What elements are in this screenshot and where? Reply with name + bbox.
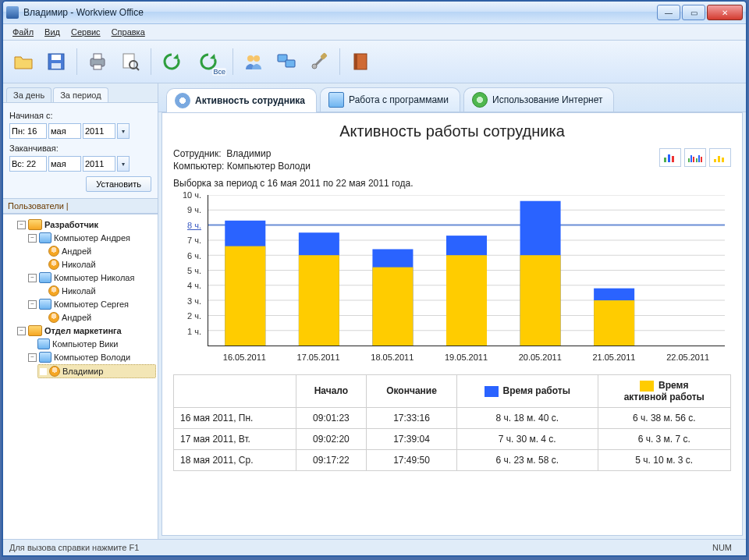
svg-rect-1 <box>51 55 61 60</box>
globe-icon <box>472 92 488 108</box>
from-month-input[interactable] <box>48 123 81 139</box>
programs-icon <box>328 92 344 108</box>
status-num: NUM <box>712 543 740 552</box>
svg-rect-43 <box>299 255 339 346</box>
minimize-button[interactable]: — <box>657 5 680 20</box>
chart-view-3-button[interactable] <box>709 148 731 167</box>
user-icon <box>48 285 59 296</box>
selection-info: Выборка за период с 16 мая 2011 по 22 ма… <box>162 173 742 195</box>
svg-rect-21 <box>690 155 692 162</box>
close-button[interactable]: ✕ <box>707 5 743 20</box>
activity-table: Начало Окончание Время работы Время акти… <box>173 374 731 471</box>
svg-rect-19 <box>672 156 674 162</box>
chart-view-2-button[interactable] <box>684 148 706 167</box>
svg-rect-16 <box>354 54 357 69</box>
svg-rect-22 <box>693 157 694 162</box>
report-tabs: Активность сотрудника Работа с программа… <box>158 83 746 112</box>
svg-rect-12 <box>286 60 295 67</box>
computer-icon <box>39 232 51 243</box>
save-button[interactable] <box>42 48 70 76</box>
right-panel: Активность сотрудника Работа с программа… <box>158 83 746 539</box>
from-date-dropdown[interactable]: ▾ <box>117 123 130 139</box>
from-label: Начиная с: <box>9 111 151 120</box>
table-row: 16 мая 2011, Пн.09:01:2317:33:168 ч. 18 … <box>174 407 731 428</box>
svg-rect-25 <box>701 157 702 162</box>
report-title: Активность работы сотрудника <box>162 122 742 140</box>
table-row: 17 мая 2011, Вт.09:02:2017:39:047 ч. 30 … <box>174 428 731 449</box>
svg-rect-26 <box>714 159 716 162</box>
apply-button[interactable]: Установить <box>86 176 151 192</box>
svg-rect-2 <box>51 63 61 69</box>
legend-active-icon <box>640 381 654 392</box>
computer-icon <box>39 272 51 283</box>
app-window: Владимир - Workview Office — ▭ ✕ Файл Ви… <box>2 0 747 557</box>
computers-button[interactable] <box>272 48 300 76</box>
open-button[interactable] <box>9 48 37 76</box>
col-end: Окончание <box>367 375 457 408</box>
svg-rect-20 <box>688 158 690 162</box>
svg-rect-49 <box>520 255 561 346</box>
to-date-dropdown[interactable]: ▾ <box>117 156 130 172</box>
refresh-button[interactable] <box>158 48 186 76</box>
svg-line-8 <box>136 67 139 70</box>
menu-file[interactable]: Файл <box>8 26 38 38</box>
svg-rect-17 <box>664 158 666 162</box>
svg-point-14 <box>312 64 317 69</box>
user-icon <box>48 246 59 257</box>
titlebar: Владимир - Workview Office — ▭ ✕ <box>3 2 746 24</box>
to-day-input[interactable] <box>9 156 47 172</box>
reports-button[interactable] <box>346 48 374 76</box>
tree-tab-users[interactable]: Пользователи | <box>3 198 158 214</box>
svg-rect-41 <box>225 246 265 346</box>
print-preview-button[interactable] <box>116 48 144 76</box>
activity-icon <box>175 93 190 108</box>
maximize-button[interactable]: ▭ <box>682 5 705 20</box>
users-button[interactable] <box>240 48 268 76</box>
user-icon <box>49 366 60 377</box>
left-panel: За день За период Начиная с: ▾ Заканчива… <box>3 83 158 539</box>
svg-rect-28 <box>722 158 724 162</box>
tab-activity[interactable]: Активность сотрудника <box>166 88 317 112</box>
menu-help[interactable]: Справка <box>107 26 150 38</box>
svg-rect-51 <box>594 300 634 346</box>
svg-rect-5 <box>94 65 101 69</box>
user-icon <box>48 259 59 270</box>
svg-rect-23 <box>696 158 698 162</box>
from-year-input[interactable] <box>83 123 115 139</box>
app-icon <box>6 6 19 19</box>
date-range-panel: Начиная с: ▾ Заканчивая: ▾ Установить <box>3 102 158 198</box>
menu-view[interactable]: Вид <box>40 26 65 38</box>
print-button[interactable] <box>83 48 112 76</box>
legend-work-icon <box>485 386 499 397</box>
tab-day[interactable]: За день <box>6 87 51 102</box>
computer-icon <box>37 338 50 349</box>
from-day-input[interactable] <box>9 123 47 139</box>
svg-rect-18 <box>668 154 670 162</box>
status-bar: Для вызова справки нажмите F1 NUM <box>3 539 746 555</box>
computer-icon <box>39 299 51 310</box>
col-start: Начало <box>296 375 366 408</box>
menu-service[interactable]: Сервис <box>66 26 105 38</box>
col-work: Время работы <box>456 375 598 408</box>
tab-period[interactable]: За период <box>53 87 108 102</box>
window-title: Владимир - Workview Office <box>23 7 657 18</box>
users-tree[interactable]: −Разработчик −Компьютер Андрея Андрей Ни… <box>3 214 158 539</box>
range-tabs: За день За период <box>3 83 158 102</box>
svg-rect-24 <box>698 155 700 162</box>
settings-button[interactable] <box>305 48 333 76</box>
toolbar: Все <box>3 41 746 83</box>
report-view: Активность работы сотрудника Сотрудник: … <box>162 112 743 536</box>
svg-point-9 <box>247 55 254 62</box>
tab-internet[interactable]: Использование Интернет <box>463 87 614 112</box>
to-month-input[interactable] <box>48 156 81 172</box>
user-icon <box>48 312 59 323</box>
tree-selected-user[interactable]: Владимир <box>37 364 156 378</box>
svg-point-10 <box>254 55 260 62</box>
col-active: Время активной работы <box>598 375 731 408</box>
to-year-input[interactable] <box>83 156 115 172</box>
tab-programs[interactable]: Работа с программами <box>320 87 460 112</box>
computer-icon <box>39 352 51 363</box>
chart-view-1-button[interactable] <box>659 148 681 167</box>
to-label: Заканчивая: <box>9 144 151 153</box>
refresh-all-button[interactable]: Все <box>190 48 226 76</box>
